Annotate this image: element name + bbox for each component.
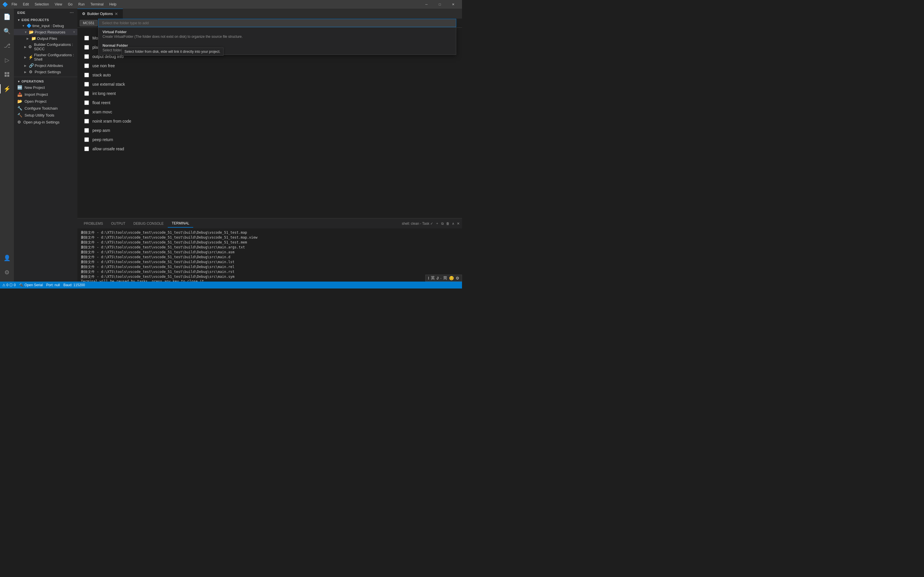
checkbox-output-debug-label[interactable]: output debug info: [92, 54, 124, 59]
sidebar-more-icon[interactable]: ⋯: [69, 10, 74, 15]
checkbox-module-split-input[interactable]: [84, 36, 89, 40]
output-files-icon: 📁: [31, 36, 36, 41]
dropdown-virtual-folder[interactable]: Virtual Folder Create VirtualFolder (The…: [99, 27, 456, 41]
activity-extensions[interactable]: [0, 68, 14, 81]
activity-eide[interactable]: ⚡: [0, 82, 14, 96]
menu-view[interactable]: View: [52, 1, 65, 8]
menu-terminal[interactable]: Terminal: [88, 1, 106, 8]
terminal-line: 删除文件 - d:\XTS\tools\vscode_test\vscode_5…: [81, 245, 459, 250]
ime-item-3[interactable]: ·: [440, 276, 441, 280]
ops-open-project[interactable]: 📂 Open Project: [14, 98, 78, 105]
ops-new-project[interactable]: 🆕 New Project: [14, 84, 78, 91]
terminal-chevron-up-icon[interactable]: ∧: [452, 222, 454, 226]
tab-problems[interactable]: PROBLEMS: [80, 220, 107, 227]
project-resources-label: Project Resources: [35, 30, 65, 34]
checkbox-stack-auto-label[interactable]: stack auto: [92, 73, 111, 77]
close-button[interactable]: ✕: [446, 0, 460, 9]
checkbox-float-reent-input[interactable]: [84, 100, 89, 105]
sidebar-item-project-resources[interactable]: ▼ 📂 Project Resources +: [14, 29, 78, 35]
checkbox-xram-movc-input[interactable]: [84, 110, 89, 114]
checkbox-int-long-reent-label[interactable]: int long reent: [92, 91, 116, 96]
activity-source-control[interactable]: ⎇: [0, 39, 14, 53]
builder-config-icon: ⚙: [28, 44, 33, 49]
terminal-close-icon[interactable]: ✕: [457, 222, 460, 226]
terminal-body[interactable]: 删除文件 - d:\XTS\tools\vscode_test\vscode_5…: [78, 229, 462, 282]
sidebar-item-builder-configurations[interactable]: ▶ ⚙ Builder Configurations : SDCC: [14, 42, 78, 52]
folder-type-input[interactable]: [98, 19, 456, 27]
sidebar-item-project-attributes[interactable]: ▶ 🔗 Project Attributes: [14, 62, 78, 69]
checkbox-output-debug-input[interactable]: [84, 54, 89, 59]
open-plugin-settings-label: Open plug-in Settings: [23, 120, 60, 124]
status-baud-text: Baud: 115200: [63, 283, 85, 287]
maximize-button[interactable]: □: [433, 0, 446, 9]
status-baud[interactable]: Baud: 115200: [63, 283, 85, 287]
status-errors[interactable]: ⚠ 0 ⓘ 0: [2, 283, 16, 288]
content-area: Module Split Optimization (supported by …: [78, 28, 462, 282]
tab-builder-options[interactable]: ⚙ Builder Options ✕: [78, 9, 123, 19]
toolbar-mcs51-btn[interactable]: MCS51: [80, 20, 98, 26]
ime-item-5[interactable]: 😊: [449, 276, 454, 280]
ime-item-4[interactable]: 简: [443, 276, 447, 281]
eide-projects-header[interactable]: ▼ EIDE PROJECTS: [14, 17, 78, 23]
status-serial[interactable]: 🔌 Open Serial: [19, 283, 43, 287]
project-resources-action[interactable]: +: [73, 30, 75, 34]
terminal-split-icon[interactable]: ⧉: [441, 222, 444, 226]
sidebar-item-flasher-configurations[interactable]: ▶ ⚡ Flasher Configurations : Shell: [14, 52, 78, 62]
checkbox-stack-auto-input[interactable]: [84, 73, 89, 77]
checkbox-plain-char-input[interactable]: [84, 45, 89, 50]
tab-close-icon[interactable]: ✕: [115, 11, 118, 16]
checkbox-int-long-reent-input[interactable]: [84, 91, 89, 96]
menu-go[interactable]: Go: [66, 1, 75, 8]
checkbox-peep-return-input[interactable]: [84, 137, 89, 142]
ime-item-6[interactable]: ⚙: [456, 276, 459, 280]
import-project-icon: 📥: [17, 92, 22, 97]
ime-item-0[interactable]: I: [428, 276, 429, 280]
menu-bar: 🔷 File Edit Selection View Go Run Termin…: [0, 0, 462, 9]
checkbox-use-non-free-input[interactable]: [84, 63, 89, 68]
checkbox-use-external-stack-input[interactable]: [84, 82, 89, 87]
checkbox-use-external-stack-label[interactable]: use external stack: [92, 82, 125, 87]
dropdown-normal-folder[interactable]: Normal Folder Select folder from disk, e…: [99, 41, 456, 55]
terminal-add-icon[interactable]: ＋: [435, 221, 439, 226]
ime-item-1[interactable]: 英: [431, 276, 435, 281]
checkbox-noinit-xram-input[interactable]: [84, 119, 89, 124]
sidebar-item-project[interactable]: ▼ 🔷 time_input : Debug: [14, 23, 78, 29]
tab-output[interactable]: OUTPUT: [107, 220, 129, 227]
project-resources-icon: 📂: [29, 30, 34, 34]
terminal-trash-icon[interactable]: 🗑: [446, 222, 449, 226]
checkbox-allow-unsafe-read-label[interactable]: allow unsafe read: [92, 147, 124, 151]
sidebar-item-project-settings[interactable]: ▶ ⚙ Project Settings: [14, 69, 78, 75]
checkbox-noinit-xram-label[interactable]: noinit xram from code: [92, 119, 131, 124]
checkbox-allow-unsafe-read-input[interactable]: [84, 147, 89, 151]
activity-settings[interactable]: ⚙: [0, 266, 14, 279]
activity-explorer[interactable]: 📄: [0, 10, 14, 24]
status-port[interactable]: Port: null: [46, 283, 60, 287]
checkbox-use-non-free-label[interactable]: use non free: [92, 63, 115, 68]
operations-label: OPERATIONS: [21, 80, 44, 83]
ops-import-project[interactable]: 📥 Import Project: [14, 91, 78, 98]
sidebar-item-output-files[interactable]: ▶ 📁 Output Files: [14, 35, 78, 42]
ops-open-plugin-settings[interactable]: ⚙ Open plug-in Settings: [14, 119, 78, 126]
activity-account[interactable]: 👤: [0, 251, 14, 265]
activity-run-debug[interactable]: ▷: [0, 53, 14, 67]
checkbox-peep-asm: peep asm: [84, 126, 455, 135]
ops-setup-utility-tools[interactable]: 🔨 Setup Utility Tools: [14, 112, 78, 119]
menu-file[interactable]: File: [9, 1, 19, 8]
menu-edit[interactable]: Edit: [21, 1, 31, 8]
tab-debug-console[interactable]: DEBUG CONSOLE: [129, 220, 168, 227]
checkbox-xram-movc-label[interactable]: xram movc: [92, 110, 112, 114]
activity-search[interactable]: 🔍: [0, 24, 14, 38]
menu-run[interactable]: Run: [76, 1, 87, 8]
checkbox-peep-asm-label[interactable]: peep asm: [92, 128, 110, 133]
checkbox-float-reent-label[interactable]: float reent: [92, 100, 110, 105]
checkbox-peep-return-label[interactable]: peep return: [92, 137, 113, 142]
operations-header[interactable]: ▼ OPERATIONS: [14, 79, 78, 84]
terminal-line: 删除文件 - d:\XTS\tools\vscode_test\vscode_5…: [81, 250, 459, 255]
minimize-button[interactable]: ─: [420, 0, 433, 9]
ops-configure-toolchain[interactable]: 🔧 Configure Toolchain: [14, 105, 78, 112]
menu-help[interactable]: Help: [107, 1, 119, 8]
menu-selection[interactable]: Selection: [32, 1, 51, 8]
ime-item-2[interactable]: ∂: [436, 276, 439, 280]
tab-terminal[interactable]: TERMINAL: [168, 219, 194, 227]
checkbox-peep-asm-input[interactable]: [84, 128, 89, 133]
